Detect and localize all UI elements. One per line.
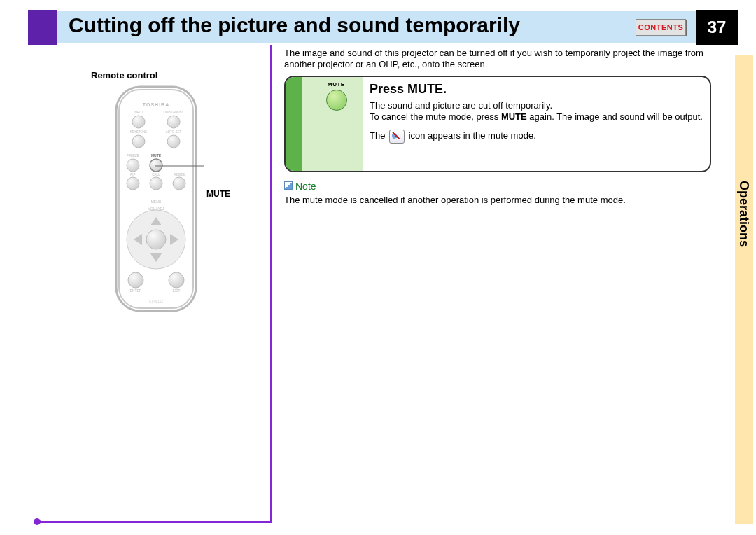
- remote-control-icon: TOSHIBA INPUT ON/STANDBY KEYSTONE AUTO S…: [111, 84, 202, 315]
- svg-point-29: [128, 272, 144, 288]
- note-label: Note: [295, 181, 316, 192]
- svg-text:ENTER: ENTER: [130, 289, 142, 293]
- step-line3a: The: [370, 130, 388, 141]
- svg-text:PIP: PIP: [130, 173, 135, 176]
- divider-dot-icon: [34, 518, 41, 525]
- step-panel: MUTE Press MUTE. The sound and picture a…: [284, 76, 711, 172]
- svg-point-10: [127, 159, 139, 172]
- svg-text:CT-90113: CT-90113: [149, 300, 163, 303]
- step-heading: Press MUTE.: [370, 81, 703, 97]
- svg-point-2: [132, 116, 145, 128]
- svg-text:RESIZE: RESIZE: [174, 173, 185, 176]
- svg-text:MUTE: MUTE: [151, 153, 162, 158]
- svg-text:CALL: CALL: [152, 173, 160, 176]
- page-frame: Cutting off the picture and sound tempor…: [0, 0, 756, 535]
- step-line2c: again. The image and sound will be outpu…: [527, 111, 703, 122]
- vertical-divider: [270, 45, 272, 521]
- title-bar: Cutting off the picture and sound tempor…: [28, 11, 738, 43]
- note-bullet-icon: [284, 181, 293, 190]
- step-line2: To cancel the mute mode, press MUTE agai…: [370, 111, 703, 123]
- svg-text:MENU: MENU: [151, 200, 162, 204]
- step-line3: The icon appears in the mute mode.: [370, 130, 703, 144]
- svg-point-16: [150, 177, 162, 190]
- svg-point-6: [132, 135, 145, 148]
- svg-text:AUTO SET: AUTO SET: [166, 130, 182, 134]
- note-body: The mute mode is cancelled if another op…: [284, 195, 711, 205]
- svg-point-30: [169, 272, 184, 288]
- mute-leader-line-icon: [155, 162, 218, 169]
- note-heading-row: Note: [284, 181, 711, 192]
- svg-text:ON/STANDBY: ON/STANDBY: [164, 111, 184, 114]
- step-content: Press MUTE. The sound and picture are cu…: [370, 81, 703, 144]
- svg-text:INPUT: INPUT: [134, 111, 144, 114]
- divider-foot: [35, 521, 272, 523]
- step-line1: The sound and picture are cut off tempor…: [370, 100, 703, 111]
- remote-column: Remote control MUTE TOSHIBA INPUT ON/STA…: [91, 70, 266, 81]
- page-number: 37: [696, 10, 738, 45]
- section-side-label: Operations: [736, 181, 751, 247]
- step-panel-accent: [286, 77, 302, 171]
- title-accent-square: [28, 10, 57, 45]
- mute-callout-label: MUTE: [206, 189, 230, 199]
- remote-brand-text: TOSHIBA: [143, 102, 169, 107]
- step-line3b: icon appears in the mute mode.: [409, 130, 536, 141]
- section-side-tab: Operations: [735, 55, 753, 524]
- step-mute-bold: MUTE: [501, 111, 527, 122]
- svg-text:FREEZE: FREEZE: [127, 154, 139, 158]
- note-area: Note The mute mode is cancelled if anoth…: [284, 181, 711, 205]
- svg-point-27: [146, 230, 166, 249]
- page-title: Cutting off the picture and sound tempor…: [69, 13, 520, 37]
- svg-point-3: [167, 116, 180, 128]
- mute-mode-icon: [389, 130, 405, 144]
- step-line2a: To cancel the mute mode, press: [370, 111, 501, 122]
- svg-text:EXIT: EXIT: [172, 289, 180, 293]
- svg-point-15: [127, 177, 139, 190]
- mute-tiny-label: MUTE: [328, 81, 345, 88]
- svg-text:KEYSTONE: KEYSTONE: [130, 130, 147, 134]
- svg-point-7: [167, 135, 180, 148]
- contents-button[interactable]: CONTENTS: [636, 19, 686, 36]
- intro-text: The image and sound of this projector ca…: [284, 48, 711, 71]
- svg-point-17: [173, 177, 186, 190]
- remote-caption: Remote control: [91, 70, 266, 81]
- mute-button-icon: [326, 90, 347, 111]
